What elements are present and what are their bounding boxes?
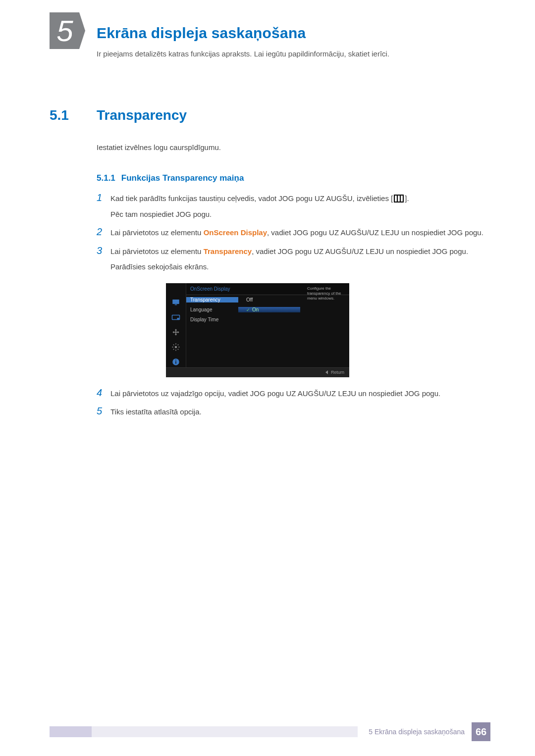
step-number: 3 [97,245,110,273]
step-2: 2 Lai pārvietotos uz elementu OnScreen D… [97,226,490,239]
text-part: , vadiet JOG pogu UZ AUGŠU/UZ LEJU un no… [267,228,483,237]
osd-item-transparency[interactable]: Transparency [186,297,238,302]
step-4: 4 Lai pārvietotos uz vajadzīgo opciju, v… [97,387,490,400]
step-number: 5 [97,405,110,418]
gear-icon [171,343,181,352]
step-5: 5 Tiks iestatīta atlasītā opcija. [97,405,490,418]
resize-icon [171,328,181,337]
step-text: Lai pārvietotos uz elementu Transparency… [110,245,468,273]
section-number: 5.1 [50,107,97,123]
text-sub: Pēc tam nospiediet JOG pogu. [110,208,409,221]
step-number: 4 [97,387,110,400]
text-part: , vadiet JOG pogu UZ AUGŠU/UZ LEJU un no… [252,247,468,255]
back-arrow-icon [325,370,328,374]
section-intro: Iestatiet izvēlnes logu caurspīdīgumu. [97,143,490,151]
osd-value-on[interactable]: On [238,307,300,312]
section-title: Transparency [97,107,187,123]
chapter-number: 5 [50,12,79,49]
footer-accent [50,726,92,737]
footer-bar [92,726,358,737]
menu-icon [394,195,404,202]
svg-rect-1 [175,304,177,305]
step-text: Lai pārvietotos uz vajadzīgo opciju, vad… [110,387,440,400]
osd-return-label[interactable]: Return [331,370,344,375]
osd-icon-column [166,283,186,367]
svg-point-3 [177,317,179,320]
footer-label: 5 Ekrāna displeja saskaņošana [362,725,472,739]
text-sub: Parādīsies sekojošais ekrāns. [110,260,468,273]
osd-item-displaytime[interactable]: Display Time [186,317,238,322]
text-part: Lai pārvietotos uz elementu [110,228,204,237]
svg-rect-6 [175,361,176,363]
subsection-heading: 5.1.1Funkcijas Transparency maiņa [97,173,490,183]
svg-point-4 [175,346,177,348]
page-footer: 5 Ekrāna displeja saskaņošana 66 [50,722,490,741]
step-number: 1 [97,192,110,220]
chapter-intro: Ir pieejams detalizēts katras funkcijas … [97,50,490,58]
step-text: Lai pārvietotos uz elementu OnScreen Dis… [110,226,483,239]
step-3: 3 Lai pārvietotos uz elementu Transparen… [97,245,490,273]
page-number: 66 [472,722,490,741]
step-number: 2 [97,226,110,239]
osd-selected-icon [171,313,181,322]
subsection-number: 5.1.1 [97,173,115,183]
svg-rect-0 [172,300,179,304]
info-icon [171,357,181,366]
chapter-title: Ekrāna displeja saskaņošana [97,15,490,42]
osd-item-language[interactable]: Language [186,307,238,312]
subsection-title: Funkcijas Transparency maiņa [121,173,244,183]
step-1: 1 Kad tiek parādīts funkcijas taustiņu c… [97,192,490,220]
keyword: OnScreen Display [204,228,267,237]
text-part: ]. [405,194,409,202]
osd-value-off[interactable]: Off [238,297,300,302]
svg-rect-7 [175,359,176,360]
step-text: Kad tiek parādīts funkcijas taustiņu ceļ… [110,192,409,220]
osd-hint: Configure the transparency of the menu w… [306,284,348,303]
text-part: Lai pārvietotos uz elementu [110,247,204,255]
keyword: Transparency [204,247,252,255]
step-text: Tiks iestatīta atlasītā opcija. [110,405,202,418]
osd-footer: Return [166,367,349,377]
text-part: Kad tiek parādīts funkcijas taustiņu ceļ… [110,194,393,202]
monitor-icon [171,298,181,307]
osd-screenshot: OnScreen Display Transparency Off Langua… [166,283,349,377]
